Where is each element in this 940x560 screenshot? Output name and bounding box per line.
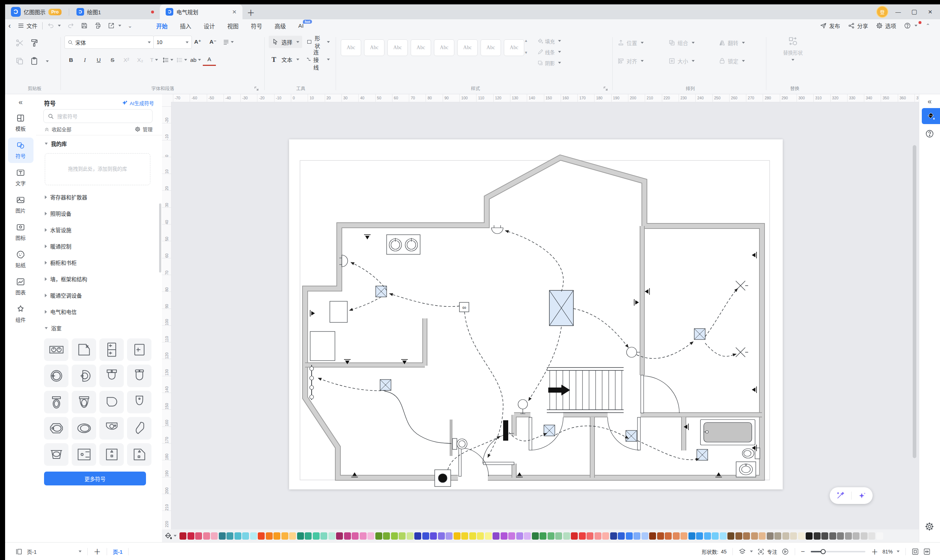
page-layout-button[interactable] <box>13 548 25 555</box>
color-swatch-64[interactable] <box>680 532 687 540</box>
sidebar-item-icon[interactable]: 图标 <box>8 219 34 245</box>
sidebar-item-image[interactable]: 图片 <box>8 192 34 218</box>
close-tab-icon[interactable]: ✕ <box>232 9 237 15</box>
color-swatch-45[interactable] <box>532 532 539 540</box>
layers-button[interactable] <box>737 548 755 555</box>
symbol-corner-shower[interactable] <box>72 338 96 361</box>
fit-to-window-button[interactable] <box>909 548 921 555</box>
category-4[interactable]: 橱柜和书柜 <box>36 254 159 271</box>
color-swatch-0[interactable] <box>179 532 186 540</box>
color-swatch-75[interactable] <box>767 532 774 540</box>
style-preset-7[interactable]: Abc <box>481 39 501 56</box>
color-swatch-39[interactable] <box>485 532 492 540</box>
fixtures[interactable] <box>310 225 760 486</box>
undo-button[interactable] <box>44 19 64 32</box>
italic-button[interactable]: I <box>78 55 91 66</box>
tab-advanced[interactable]: 高级 <box>268 19 292 32</box>
list-button[interactable] <box>175 55 188 66</box>
category-0[interactable]: 寄存器和扩散器 <box>36 189 159 205</box>
fill-tool-active-button[interactable] <box>922 108 940 124</box>
color-swatch-11[interactable] <box>266 532 273 540</box>
magic-pen-button[interactable] <box>836 491 844 500</box>
color-swatch-23[interactable] <box>360 532 367 540</box>
color-swatch-26[interactable] <box>383 532 390 540</box>
color-swatch-71[interactable] <box>735 532 742 540</box>
color-swatch-55[interactable] <box>610 532 617 540</box>
color-swatch-35[interactable] <box>454 532 461 540</box>
color-swatch-34[interactable] <box>445 532 453 540</box>
style-preset-2[interactable]: Abc <box>364 39 384 56</box>
color-swatch-60[interactable] <box>649 532 656 540</box>
color-swatch-21[interactable] <box>344 532 351 540</box>
cut-icon[interactable] <box>15 38 24 47</box>
symbol-half-round-sink[interactable] <box>72 365 96 387</box>
symbol-double-vanity[interactable] <box>99 338 124 361</box>
tab-home[interactable]: 开始 <box>150 19 174 32</box>
color-swatch-46[interactable] <box>539 532 547 540</box>
symbol-shower-tray[interactable] <box>72 443 96 466</box>
more-symbols-button[interactable]: 更多符号 <box>44 472 146 485</box>
page-tab-1[interactable]: 页-1 <box>111 548 125 555</box>
ceiling-outlets[interactable] <box>736 281 748 357</box>
color-swatch-41[interactable] <box>501 532 507 540</box>
color-swatch-19[interactable] <box>328 532 335 540</box>
color-swatch-73[interactable] <box>751 532 758 540</box>
ai-generate-symbols-link[interactable]: AI生成符号 <box>122 99 154 107</box>
color-swatch-89[interactable] <box>876 532 883 540</box>
color-swatch-24[interactable] <box>367 532 374 540</box>
font-color-button[interactable]: A <box>203 54 216 66</box>
color-swatch-80[interactable] <box>806 532 812 540</box>
wiring-solid[interactable] <box>384 391 452 443</box>
toilet[interactable] <box>453 438 467 449</box>
category-2[interactable]: 水管设施 <box>36 222 159 238</box>
collapse-right-panel-icon[interactable]: « <box>919 97 940 106</box>
sidebar-item-text[interactable]: 文字 <box>8 165 34 190</box>
tab-view[interactable]: 视图 <box>221 19 245 32</box>
color-swatch-67[interactable] <box>704 532 711 540</box>
symbol-oval-tub[interactable] <box>72 417 96 440</box>
collapse-all-button[interactable]: 收起全部 <box>44 126 71 133</box>
double-sink[interactable] <box>387 235 420 254</box>
symbol-wall-urinal[interactable] <box>127 391 151 413</box>
color-swatch-5[interactable] <box>219 532 226 540</box>
color-swatch-3[interactable] <box>203 532 210 540</box>
color-swatch-51[interactable] <box>579 532 586 540</box>
subscript-button[interactable]: X₂ <box>134 55 147 66</box>
close-button[interactable]: ✕ <box>924 7 936 17</box>
sidebar-item-symbols[interactable]: 符号 <box>8 137 34 163</box>
search-input[interactable]: 搜索符号 <box>43 109 153 123</box>
category-3[interactable]: 暖通控制 <box>36 238 159 254</box>
text-tool-button[interactable]: T文本 <box>269 53 302 66</box>
share-button[interactable]: 分享 <box>844 22 871 29</box>
color-swatch-49[interactable] <box>563 532 570 540</box>
zoom-in-button[interactable]: ＋ <box>869 546 880 556</box>
file-menu[interactable]: 文件 <box>14 19 41 32</box>
color-swatch-9[interactable] <box>250 532 257 540</box>
color-swatch-74[interactable] <box>759 532 766 540</box>
sidebar-item-template[interactable]: 模板 <box>8 110 34 136</box>
collapse-ribbon-button[interactable]: ⌃ <box>922 23 934 29</box>
tab-ai[interactable]: AIhot <box>292 19 310 32</box>
shadow-button[interactable]: 阴影 <box>537 58 561 67</box>
fit-width-button[interactable] <box>921 548 933 555</box>
color-swatch-82[interactable] <box>821 532 828 540</box>
category-my-library[interactable]: 我的库 <box>36 135 159 152</box>
color-swatch-79[interactable] <box>798 532 805 540</box>
color-swatch-59[interactable] <box>641 532 649 540</box>
symbol-round-sink[interactable] <box>44 365 68 387</box>
replace-shape-button[interactable]: 替换形状 <box>771 36 815 61</box>
door-chime[interactable] <box>435 470 451 486</box>
doc-tab-drawing1[interactable]: Ɔ 绘图1 <box>71 5 160 19</box>
color-swatch-54[interactable] <box>602 532 609 540</box>
symbol-urinal-side[interactable] <box>127 417 151 440</box>
group-button[interactable]: 组合 <box>669 37 695 48</box>
zoom-out-button[interactable]: − <box>799 548 807 555</box>
toilet[interactable] <box>742 448 760 459</box>
color-swatch-36[interactable] <box>461 532 468 540</box>
symbol-basin[interactable] <box>44 443 68 466</box>
add-page-button[interactable]: ＋ <box>91 546 103 557</box>
canvas-scrollbar[interactable] <box>913 145 916 458</box>
manage-button[interactable]: 管理 <box>135 126 153 133</box>
zoom-level[interactable]: 81% <box>880 549 902 555</box>
color-swatch-65[interactable] <box>689 532 695 540</box>
